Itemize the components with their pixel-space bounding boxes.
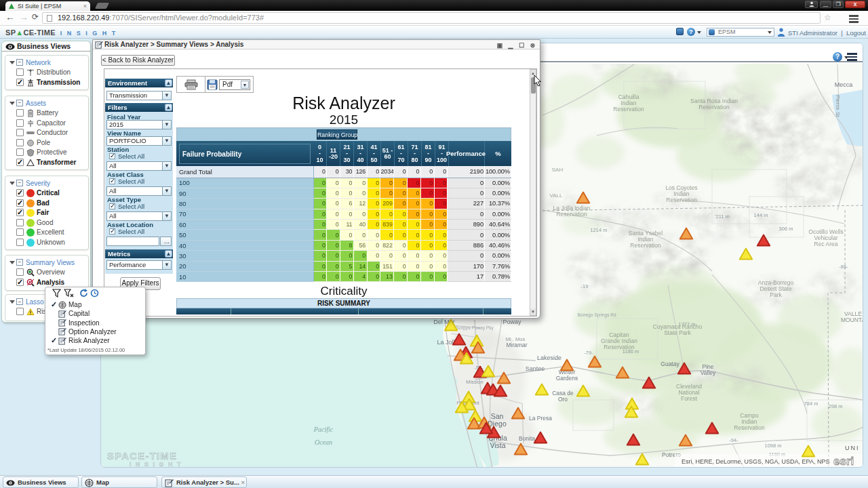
svg-text:esri: esri [833, 455, 854, 467]
svg-text:VALL: VALL [550, 192, 564, 199]
svg-text:Pierce St: Pierce St [835, 95, 841, 117]
svg-text:-94-: -94- [729, 437, 738, 443]
svg-text:Guatay: Guatay [660, 361, 679, 367]
svg-text:Poway: Poway [502, 319, 521, 325]
svg-text:1098 m: 1098 m [764, 443, 781, 449]
svg-text:SPACE-TIME: SPACE-TIME [107, 451, 177, 462]
svg-text:306 m: 306 m [779, 226, 793, 232]
svg-text:VALLEMOUNTA: VALLEMOUNTA [841, 310, 863, 323]
svg-text:Mission: Mission [466, 379, 483, 385]
svg-text:Lakeside: Lakeside [537, 354, 561, 361]
svg-text:-86-: -86- [839, 264, 848, 270]
svg-text:Borrego Springs Rd: Borrego Springs Rd [577, 312, 616, 318]
svg-text:SAH: SAH [552, 167, 564, 173]
svg-text:-19: -19 [581, 283, 589, 289]
svg-text:La Jolla IndianReservation: La Jolla IndianReservation [553, 205, 591, 218]
svg-text:Miramar: Miramar [506, 342, 527, 348]
svg-text:I N S I G H T: I N S I G H T [130, 461, 182, 467]
svg-text:1214 m: 1214 m [590, 227, 607, 233]
svg-text:Pacific: Pacific [313, 426, 334, 433]
svg-text:1186 m: 1186 m [623, 348, 639, 354]
svg-text:-79-: -79- [584, 350, 593, 356]
svg-text:1777 m: 1777 m [678, 321, 695, 327]
svg-text:Esri, HERE, DeLorme, USGS, NGA: Esri, HERE, DeLorme, USGS, NGA, USDA, EP… [682, 458, 829, 465]
svg-text:144 m: 144 m [754, 212, 768, 218]
svg-text:Ocean: Ocean [315, 439, 332, 446]
svg-text:'211 m: '211 m [715, 214, 730, 220]
svg-text:Bonita: Bonita [519, 435, 535, 442]
svg-text:Santee: Santee [526, 365, 545, 372]
svg-text:Scripps Poway Pky: Scripps Poway Pky [456, 325, 494, 331]
svg-text:PineValley: PineValley [701, 363, 716, 376]
svg-text:UNI: UNI [845, 445, 860, 451]
svg-text:298 m: 298 m [829, 403, 843, 409]
svg-text:Mecca: Mecca [835, 81, 853, 88]
svg-text:La Presa: La Presa [529, 415, 552, 422]
svg-text:784 m: 784 m [804, 401, 818, 407]
